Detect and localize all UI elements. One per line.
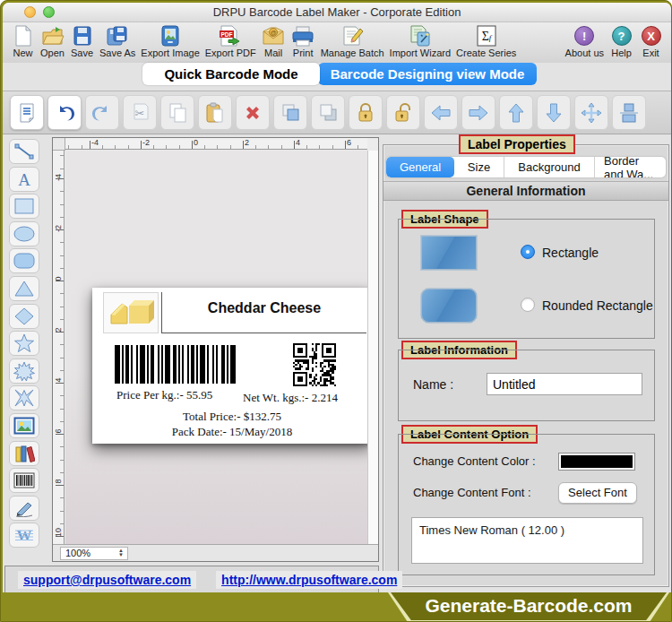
move-right-button[interactable] [461,95,495,130]
image-tool[interactable] [9,413,39,438]
horizontal-ruler: -4-20246 [65,138,367,150]
vertical-ruler: -4-20246810 [53,151,65,544]
ellipse-tool[interactable] [9,221,39,246]
tab-background[interactable]: Background [504,157,595,177]
paste-button[interactable] [198,95,232,130]
name-input[interactable] [487,373,642,395]
label-price-per-kg[interactable]: Price Per kg.:- 55.95 [116,388,212,402]
label-pack-date[interactable]: Pack Date:- 15/May/2018 [92,425,367,439]
star-icon [13,333,35,353]
label-preview[interactable]: Cheddar Cheese Price Per kg.:- 55.95 Net… [92,288,367,444]
bring-to-front-button[interactable] [273,95,307,130]
cut-button[interactable]: ✂ [123,95,157,130]
label-properties-panel: Label Properties General Size Background… [383,144,669,587]
generate-barcode-badge: Generate-Barcode.com [388,592,669,622]
print-button[interactable]: Print [291,24,315,58]
tab-quick-barcode-mode[interactable]: Quick Barcode Mode [142,63,320,85]
export-image-button[interactable]: Export Image [141,24,199,58]
rounded-rectangle-radio-label[interactable]: Rounded Rectangle [542,298,653,313]
canvas-vertical-scrollbar[interactable] [367,151,378,544]
mail-button[interactable]: @ Mail [262,24,286,58]
v-ruler-tick: -4 [54,173,63,182]
star-tool[interactable] [9,331,39,356]
barcode[interactable] [115,345,237,384]
undo-icon [53,102,76,124]
change-content-font-label: Change Content Font : [413,486,531,499]
watermark-icon: W [13,526,35,544]
four-point-star-tool[interactable] [9,385,39,410]
rounded-rectangle-radio[interactable] [521,298,535,312]
design-canvas-area: -4-20246 -4-20246810 Cheddar Cheese Pric… [52,137,379,562]
rounded-rectangle-tool[interactable] [9,248,39,273]
delete-button[interactable] [236,95,270,130]
svg-text:PDF: PDF [221,31,233,38]
triangle-tool[interactable] [9,276,39,301]
new-button[interactable]: New [11,24,35,58]
note-icon [17,102,37,124]
move-left-button[interactable] [424,95,458,130]
label-product-title[interactable]: Cheddar Cheese [162,300,366,316]
about-us-button[interactable]: ! About us [565,24,604,58]
label-total-price[interactable]: Total Price:- $132.75 [92,410,367,424]
lock-button[interactable] [349,95,383,130]
zoom-stepper[interactable]: ▲▼ [115,548,127,559]
create-series-icon: Σf [474,24,498,48]
import-wizard-button[interactable]: Import Wizard [390,24,451,58]
section-header: General Information [383,181,668,201]
website-link[interactable]: http://www.drpusoftware.com [221,573,397,587]
tab-border-and-watermark[interactable]: Border and Wa... [595,157,666,177]
save-button[interactable]: Save [70,24,94,58]
starburst-tool[interactable] [9,359,39,384]
copy-button[interactable] [160,95,194,130]
barcode-tool[interactable] [9,468,39,493]
qr-code[interactable] [293,343,336,386]
website-chip: http://www.drpusoftware.com [216,571,402,589]
v-ruler-tick: 0 [54,274,63,283]
svg-text:A: A [18,170,30,188]
line-tool[interactable] [9,139,39,164]
send-to-back-button[interactable] [311,95,345,130]
save-as-button[interactable]: Save As [99,24,135,58]
v-ruler-tick: 6 [54,427,63,436]
move-down-button[interactable] [537,95,571,130]
arrow-left-icon [430,103,452,123]
tab-barcode-designing-view-mode[interactable]: Barcode Designing view Mode [318,63,537,85]
copy-icon [167,102,188,124]
watermark-tool[interactable]: W [9,523,39,548]
library-tool[interactable] [9,441,39,466]
export-pdf-button[interactable]: PDF Export PDF [205,24,256,58]
rectangle-tool[interactable] [9,194,39,219]
redo-button[interactable] [85,95,119,130]
label-net-weight[interactable]: Net Wt. kgs.:- 2.214 [243,391,338,405]
align-middle-button[interactable] [612,95,646,130]
rounded-rectangle-shape-swatch [420,288,478,324]
v-ruler-tick: 10 [54,528,63,537]
create-series-button[interactable]: Σf Create Series [456,24,516,58]
ruler-corner [53,138,65,151]
exit-button[interactable]: X Exit [639,24,663,58]
rectangle-radio[interactable] [521,245,535,259]
arrow-right-icon [468,103,489,123]
tab-size[interactable]: Size [454,157,504,177]
manage-batch-button[interactable]: Manage Batch [321,24,384,58]
pen-tool[interactable] [9,496,39,521]
open-folder-icon [40,24,65,48]
cheese-image[interactable] [103,292,159,333]
undo-button[interactable] [47,95,82,130]
triangle-icon [13,280,35,298]
move-up-button[interactable] [499,95,533,130]
center-object-button[interactable] [574,95,608,130]
select-font-button[interactable]: Select Font [558,482,637,504]
content-color-swatch[interactable] [558,453,635,471]
open-button[interactable]: Open [40,24,65,58]
tab-general[interactable]: General [386,157,454,177]
zoom-control[interactable]: 100% ▲▼ [60,547,128,560]
properties-note-button[interactable] [10,95,44,130]
help-button[interactable]: ? Help [609,24,633,58]
diamond-tool[interactable] [9,304,39,329]
support-email-link[interactable]: support@drpusoftware.com [23,573,191,587]
rectangle-radio-label[interactable]: Rectangle [542,246,599,260]
canvas[interactable]: Cheddar Cheese Price Per kg.:- 55.95 Net… [65,151,367,544]
unlock-button[interactable] [386,95,420,130]
text-tool[interactable]: A [9,167,39,192]
